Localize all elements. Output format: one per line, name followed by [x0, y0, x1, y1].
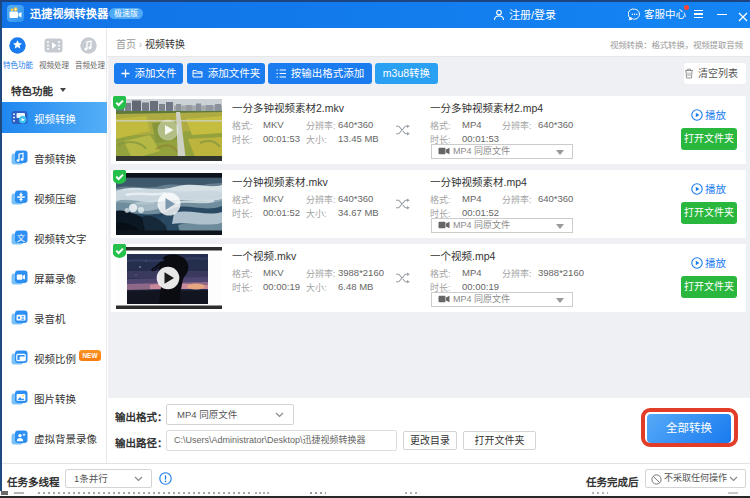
svg-text:文: 文: [17, 231, 26, 243]
